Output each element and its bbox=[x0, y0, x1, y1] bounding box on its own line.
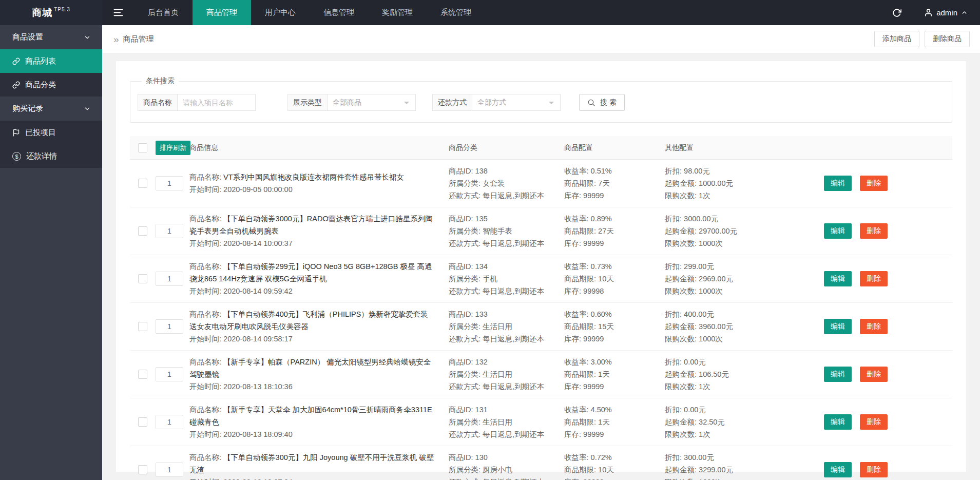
edit-button[interactable]: 编辑 bbox=[824, 271, 852, 286]
app-logo-version: TP5.3 bbox=[54, 7, 70, 12]
sort-refresh-button[interactable]: 排序刷新 bbox=[156, 141, 190, 155]
chevron-down-icon bbox=[84, 105, 91, 112]
top-nav: 后台首页商品管理用户中心信息管理奖励管理系统管理 bbox=[134, 0, 485, 25]
row-checkbox[interactable] bbox=[138, 226, 147, 236]
row-checkbox[interactable] bbox=[138, 322, 147, 331]
search-button-label: 搜 索 bbox=[600, 98, 617, 107]
delete-button[interactable]: 删除 bbox=[860, 414, 888, 430]
sidebar-item-label: 还款详情 bbox=[26, 151, 57, 161]
content-card: 条件搜索 商品名称 展示类型 全部商品 bbox=[116, 61, 966, 472]
delete-button[interactable]: 删除 bbox=[860, 176, 888, 191]
edit-button[interactable]: 编辑 bbox=[824, 414, 852, 430]
sidebar-item[interactable]: $还款详情 bbox=[0, 144, 102, 168]
row-checkbox[interactable] bbox=[138, 417, 147, 427]
edit-button[interactable]: 编辑 bbox=[824, 319, 852, 334]
breadcrumb-actions: 添加商品 删除商品 bbox=[874, 31, 970, 47]
search-icon bbox=[587, 99, 595, 107]
sort-order-input[interactable] bbox=[156, 176, 183, 190]
sidebar: 商品设置商品列表商品分类购买记录已投项目$还款详情 bbox=[0, 25, 102, 480]
row-checkbox[interactable] bbox=[138, 465, 147, 474]
display-type-label: 展示类型 bbox=[287, 94, 328, 111]
nav-tab[interactable]: 奖励管理 bbox=[368, 0, 427, 25]
delete-button[interactable]: 删除 bbox=[860, 271, 888, 286]
table-row: 商品名称: 【新手专享】天堂伞 加大加固64cm*10骨三折晴雨商务伞3311E… bbox=[130, 398, 952, 446]
sidebar-item[interactable]: 商品分类 bbox=[0, 73, 102, 97]
column-header-product-info: 商品信息 bbox=[189, 143, 449, 152]
app-logo: 商城 TP5.3 bbox=[0, 0, 102, 25]
sort-order-input[interactable] bbox=[156, 415, 183, 429]
nav-tab[interactable]: 信息管理 bbox=[310, 0, 368, 25]
user-icon bbox=[924, 8, 933, 17]
breadcrumb-caret-icon: » bbox=[113, 34, 119, 44]
sort-order-input[interactable] bbox=[156, 224, 183, 238]
admin-app: 商城 TP5.3 后台首页商品管理用户中心信息管理奖励管理系统管理 admin … bbox=[0, 0, 980, 480]
nav-tab[interactable]: 后台首页 bbox=[134, 0, 193, 25]
repay-type-select[interactable]: 全部方式 bbox=[472, 94, 561, 111]
sort-order-input[interactable] bbox=[156, 367, 183, 381]
product-name-label: 商品名称 bbox=[138, 94, 178, 111]
row-checkbox[interactable] bbox=[138, 370, 147, 379]
delete-product-button[interactable]: 删除商品 bbox=[925, 31, 970, 47]
user-menu[interactable]: admin bbox=[912, 0, 980, 25]
sidebar-group-header[interactable]: 购买记录 bbox=[0, 97, 102, 121]
sidebar-item-label: 已投项目 bbox=[25, 128, 56, 138]
sort-order-input[interactable] bbox=[156, 463, 183, 477]
row-checkbox[interactable] bbox=[138, 179, 147, 188]
delete-button[interactable]: 删除 bbox=[860, 462, 888, 477]
product-name-group: 商品名称 bbox=[138, 94, 256, 111]
column-header-category: 商品分类 bbox=[449, 143, 564, 152]
flag-icon bbox=[12, 129, 20, 137]
display-type-value: 全部商品 bbox=[333, 98, 361, 107]
chevron-down-icon bbox=[404, 102, 409, 107]
select-all-checkbox[interactable] bbox=[138, 143, 147, 152]
hamburger-icon bbox=[113, 7, 124, 18]
table-header-row: 排序刷新 商品信息 商品分类 商品配置 其他配置 bbox=[130, 136, 952, 160]
username: admin bbox=[936, 8, 957, 17]
chevron-down-icon bbox=[549, 102, 554, 107]
repay-type-value: 全部方式 bbox=[477, 98, 506, 107]
link-icon bbox=[12, 81, 20, 89]
refresh-icon bbox=[892, 8, 901, 17]
topbar: 商城 TP5.3 后台首页商品管理用户中心信息管理奖励管理系统管理 admin bbox=[0, 0, 980, 25]
product-table: 排序刷新 商品信息 商品分类 商品配置 其他配置 商品名称: VT系列中国风旗袍… bbox=[130, 136, 952, 480]
table-row: 商品名称: 【下单自动领券3000元】RADO雷达表官方瑞士进口皓星系列陶瓷手表… bbox=[130, 207, 952, 255]
table-row: 商品名称: 【新手专享】帕森（PARZIN） 偏光太阳镜型男经典蛤蟆镜安全驾驶墨… bbox=[130, 351, 952, 398]
delete-button[interactable]: 删除 bbox=[860, 223, 888, 239]
product-name-input[interactable] bbox=[178, 94, 256, 111]
repay-type-label: 还款方式 bbox=[432, 94, 472, 111]
sidebar-item-label: 商品分类 bbox=[25, 80, 56, 90]
search-fieldset: 条件搜索 商品名称 展示类型 全部商品 bbox=[130, 76, 952, 123]
edit-button[interactable]: 编辑 bbox=[824, 367, 852, 382]
edit-button[interactable]: 编辑 bbox=[824, 223, 852, 239]
table-row: 商品名称: 【下单自动领券299元】iQOO Neo3 5G 8GB+128GB… bbox=[130, 255, 952, 303]
sidebar-group-header[interactable]: 商品设置 bbox=[0, 25, 102, 49]
add-product-button[interactable]: 添加商品 bbox=[874, 31, 919, 47]
search-button[interactable]: 搜 索 bbox=[579, 94, 625, 111]
main-content: » 商品管理 添加商品 删除商品 条件搜索 商品名称 展示类型 bbox=[102, 25, 980, 480]
sidebar-group-label: 购买记录 bbox=[12, 104, 43, 113]
refresh-button[interactable] bbox=[882, 0, 912, 25]
delete-button[interactable]: 删除 bbox=[860, 319, 888, 334]
breadcrumb-bar: » 商品管理 添加商品 删除商品 bbox=[102, 25, 980, 53]
display-type-group: 展示类型 全部商品 bbox=[287, 94, 416, 111]
display-type-select[interactable]: 全部商品 bbox=[328, 94, 416, 111]
sidebar-item[interactable]: 商品列表 bbox=[0, 49, 102, 73]
nav-tab[interactable]: 系统管理 bbox=[427, 0, 485, 25]
link-icon bbox=[12, 57, 20, 65]
row-checkbox[interactable] bbox=[138, 274, 147, 283]
column-header-other: 其他配置 bbox=[665, 143, 824, 152]
chevron-down-icon bbox=[84, 34, 91, 41]
chevron-up-icon bbox=[961, 9, 968, 16]
column-header-config: 商品配置 bbox=[564, 143, 665, 152]
nav-tab[interactable]: 商品管理 bbox=[193, 0, 251, 25]
app-logo-title: 商城 bbox=[32, 6, 52, 20]
nav-tab[interactable]: 用户中心 bbox=[251, 0, 310, 25]
edit-button[interactable]: 编辑 bbox=[824, 462, 852, 477]
sort-order-input[interactable] bbox=[156, 319, 183, 334]
sort-order-input[interactable] bbox=[156, 272, 183, 286]
delete-button[interactable]: 删除 bbox=[860, 367, 888, 382]
sidebar-item[interactable]: 已投项目 bbox=[0, 121, 102, 144]
topbar-right: admin bbox=[882, 0, 980, 25]
edit-button[interactable]: 编辑 bbox=[824, 176, 852, 191]
sidebar-toggle-button[interactable] bbox=[102, 0, 134, 25]
